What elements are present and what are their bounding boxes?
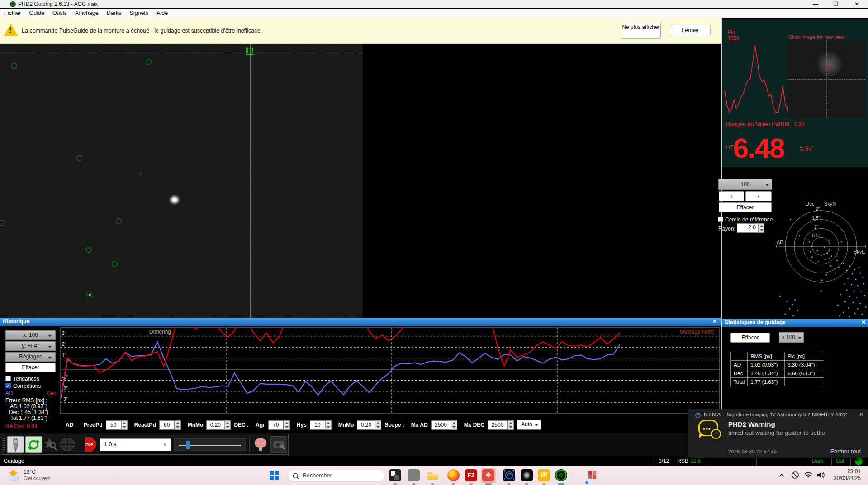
- screen-stretch-slider[interactable]: [174, 438, 246, 451]
- minimize-button[interactable]: —: [808, 0, 823, 8]
- detected-star-circle[interactable]: [112, 261, 118, 267]
- history-xscale-dropdown[interactable]: x: 100: [5, 330, 56, 340]
- start-button[interactable]: [270, 471, 279, 480]
- firefox-icon[interactable]: [447, 469, 460, 481]
- history-yscale-dropdown[interactable]: y: +/-4'': [5, 341, 56, 351]
- param-spinner[interactable]: [224, 420, 231, 430]
- param-spinner[interactable]: [508, 420, 514, 430]
- connect-equipment-button[interactable]: [7, 436, 24, 453]
- target-zoom-in-button[interactable]: +: [719, 191, 744, 201]
- menu-aide[interactable]: Aide: [152, 9, 172, 17]
- trend-checkbox[interactable]: [5, 376, 11, 381]
- menu-guide[interactable]: Guide: [25, 9, 48, 17]
- menu-darks[interactable]: Darks: [103, 9, 126, 17]
- target-clear-button[interactable]: Effacer: [719, 202, 772, 212]
- param-spinner[interactable]: [284, 420, 290, 430]
- target-zoom-dropdown[interactable]: 100: [718, 179, 772, 190]
- radius-spinner[interactable]: [758, 223, 764, 233]
- detected-star-circle[interactable]: [11, 63, 17, 69]
- advanced-settings-button[interactable]: [253, 436, 270, 453]
- detected-star-circle[interactable]: [86, 247, 92, 253]
- bright-star[interactable]: [169, 194, 180, 205]
- w-app-icon[interactable]: W: [538, 469, 550, 481]
- slider-thumb[interactable]: [186, 441, 190, 449]
- file-explorer-icon[interactable]: [427, 469, 439, 481]
- param-input-agr[interactable]: 70: [268, 420, 284, 430]
- corrections-checkbox[interactable]: ✓: [5, 383, 11, 388]
- stats-panel-titlebar[interactable]: Statistiques de guidage ✕: [722, 319, 868, 327]
- param-input-predpd[interactable]: 50: [106, 420, 121, 430]
- history-clear-button[interactable]: Effacer: [5, 363, 56, 372]
- toast-dismiss-all[interactable]: Fermer tout: [830, 448, 861, 455]
- star-closeup-image[interactable]: [788, 41, 865, 118]
- taskbar-app-gray[interactable]: [408, 469, 420, 481]
- param-label-reactpd: ReactPd: [134, 422, 156, 428]
- reference-circle-checkbox[interactable]: [718, 217, 723, 222]
- dont-show-again-button[interactable]: Ne plus afficher: [621, 22, 661, 39]
- faint-star: [139, 172, 142, 175]
- param-label-mnmo: MnMo: [188, 422, 204, 428]
- param-input-mx-dec[interactable]: 2500: [488, 420, 508, 430]
- toast-close-icon[interactable]: ✕: [859, 411, 863, 418]
- stats-panel-close-icon[interactable]: ✕: [861, 319, 866, 325]
- param-input-mnmo[interactable]: 0.20: [357, 420, 375, 430]
- history-panel-close-icon[interactable]: ✕: [712, 318, 717, 325]
- param-input-hys[interactable]: 10: [310, 420, 325, 430]
- restore-button[interactable]: ❐: [829, 0, 843, 8]
- nina-notification-toast[interactable]: N.I.N.A. - Nighttime Imaging 'N' Astrono…: [688, 409, 868, 458]
- filezilla-icon[interactable]: FZ: [465, 469, 477, 481]
- wifi-icon[interactable]: [804, 471, 813, 479]
- history-settings-dropdown[interactable]: Réglages: [5, 352, 56, 362]
- menu-outils[interactable]: Outils: [48, 9, 71, 17]
- do-not-disturb-icon[interactable]: [791, 471, 799, 479]
- history-panel-titlebar[interactable]: Historique ✕: [0, 318, 721, 326]
- detected-star-circle[interactable]: [76, 155, 82, 161]
- dec-mode-select[interactable]: Auto: [517, 420, 541, 430]
- stats-scale-dropdown[interactable]: x:100: [779, 332, 804, 343]
- menu-affichage[interactable]: Affichage: [71, 9, 103, 17]
- param-input-mx-ad[interactable]: 2500: [431, 420, 451, 430]
- exposure-duration-select[interactable]: 1.0 s: [100, 438, 171, 451]
- stats-clear-button[interactable]: Effacer: [730, 333, 770, 343]
- starfield[interactable]: [0, 44, 363, 318]
- astronomy-app-icon[interactable]: [521, 469, 533, 481]
- camera-setup-button[interactable]: [270, 436, 287, 453]
- detected-star-circle[interactable]: [116, 218, 122, 224]
- pinned-app-icon[interactable]: [586, 469, 598, 481]
- param-input-reactpd[interactable]: 60: [159, 420, 175, 430]
- param-spinner[interactable]: [325, 420, 332, 430]
- volume-icon[interactable]: [816, 471, 825, 479]
- search-input[interactable]: Rechercher: [288, 470, 385, 482]
- auto-select-star-button[interactable]: [43, 436, 59, 453]
- param-input-mnmo[interactable]: 0.20: [206, 420, 224, 430]
- weather-desc[interactable]: Ciel couvert: [24, 476, 50, 481]
- radius-input[interactable]: 2.0: [737, 223, 758, 233]
- anydesk-icon[interactable]: ❖: [482, 469, 494, 481]
- guide-camera-image[interactable]: [0, 44, 721, 318]
- loop-exposures-button[interactable]: [25, 436, 42, 453]
- begin-guiding-button[interactable]: [59, 436, 76, 453]
- weather-temp[interactable]: 13°C: [24, 469, 36, 475]
- svg-text:1'': 1'': [62, 353, 66, 358]
- toolbar-grip[interactable]: [3, 438, 5, 452]
- param-spinner[interactable]: [175, 420, 181, 430]
- menu-signets[interactable]: Signets: [125, 9, 152, 17]
- phd2-taskbar-icon[interactable]: [555, 469, 567, 481]
- svg-text:3'': 3'': [62, 331, 66, 336]
- ring-label-2: 2'': [816, 206, 820, 212]
- param-spinner[interactable]: [121, 420, 128, 430]
- close-button[interactable]: ✕: [849, 0, 864, 8]
- detected-star-circle[interactable]: [146, 59, 152, 65]
- nina-taskbar-icon[interactable]: [503, 469, 515, 481]
- crosshair-vertical-line: [250, 44, 251, 318]
- menu-fichier[interactable]: Fichier: [0, 9, 25, 17]
- weather-icon[interactable]: [7, 469, 21, 482]
- taskbar-app-dark[interactable]: [389, 469, 401, 481]
- clock[interactable]: 23:01 30/03/2025: [834, 468, 861, 482]
- stop-button[interactable]: STOP: [81, 437, 96, 452]
- banner-close-button[interactable]: Fermer: [670, 25, 711, 36]
- tray-chevron-icon[interactable]: [778, 473, 785, 477]
- param-spinner[interactable]: [375, 420, 381, 430]
- param-spinner[interactable]: [451, 420, 457, 430]
- main-toolbar: STOP 1.0 s: [0, 433, 721, 456]
